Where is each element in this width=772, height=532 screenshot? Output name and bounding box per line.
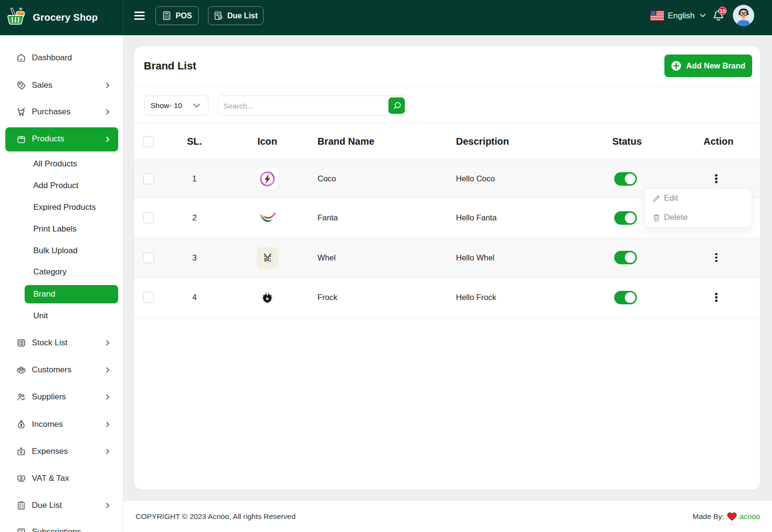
svg-text:DG: DG — [264, 258, 271, 262]
